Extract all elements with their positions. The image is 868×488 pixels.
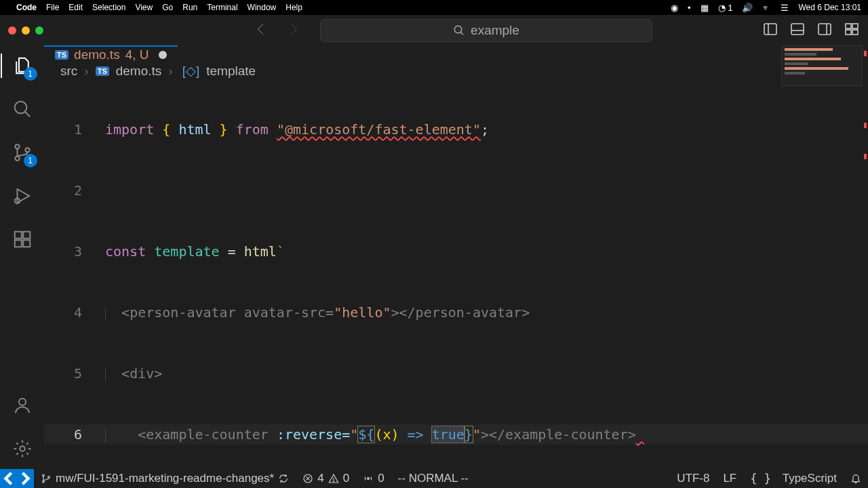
line-number: 7 <box>44 485 105 488</box>
load-icon[interactable]: ◔ 1 <box>718 3 733 13</box>
svg-point-20 <box>19 399 26 405</box>
activity-source-control[interactable]: 1 <box>10 140 35 165</box>
app-icon[interactable]: ▦ <box>701 3 709 13</box>
nav-back-button[interactable] <box>254 22 269 39</box>
activity-extensions[interactable] <box>10 227 35 251</box>
activity-settings[interactable] <box>10 436 35 461</box>
record-icon[interactable]: ◉ <box>671 3 678 13</box>
layout-sidebar-right-icon[interactable] <box>816 21 833 40</box>
breadcrumb-sep: › <box>84 64 88 79</box>
line-number: 1 <box>44 119 105 140</box>
account-icon <box>12 395 33 415</box>
activity-run-debug[interactable] <box>10 184 35 208</box>
svg-point-14 <box>25 148 29 152</box>
breadcrumb-sep: › <box>168 64 172 79</box>
breadcrumb-symbol[interactable]: template <box>206 64 256 79</box>
line-number: 2 <box>44 180 105 201</box>
svg-point-0 <box>454 26 462 33</box>
menu-help[interactable]: Help <box>285 3 302 12</box>
tab-filename: demo.ts <box>74 47 120 62</box>
macos-menubar: Code File Edit Selection View Go Run Ter… <box>0 0 868 15</box>
ts-file-icon: TS <box>96 66 109 76</box>
tab-dirty-indicator <box>159 51 167 59</box>
layout-panel-icon[interactable] <box>789 21 806 40</box>
remote-button[interactable] <box>0 469 34 488</box>
search-icon <box>453 24 465 37</box>
titlebar: example <box>0 15 868 45</box>
clock[interactable]: Wed 6 Dec 13:01 <box>798 3 861 12</box>
svg-rect-9 <box>846 30 851 35</box>
svg-rect-16 <box>14 232 21 239</box>
overview-error-marker[interactable] <box>864 51 867 56</box>
svg-rect-10 <box>852 30 858 35</box>
menu-window[interactable]: Window <box>248 3 277 12</box>
svg-rect-3 <box>791 24 804 35</box>
symbol-icon: [◇] <box>182 63 200 79</box>
svg-rect-1 <box>764 24 776 35</box>
svg-rect-8 <box>852 24 858 28</box>
explorer-badge: 1 <box>24 67 37 81</box>
line-number: 4 <box>44 302 105 323</box>
breadcrumb-folder[interactable]: src <box>60 64 77 79</box>
svg-rect-18 <box>14 240 21 247</box>
svg-point-13 <box>15 157 19 161</box>
close-window-button[interactable] <box>8 26 16 35</box>
app-name[interactable]: Code <box>16 3 37 12</box>
minimize-window-button[interactable] <box>22 26 30 35</box>
wifi-icon[interactable]: ᯤ <box>762 3 771 13</box>
control-center-icon[interactable]: ☰ <box>781 3 789 13</box>
tab-status: 4, U <box>125 47 149 62</box>
svg-point-11 <box>14 102 26 114</box>
menu-file[interactable]: File <box>46 3 59 12</box>
search-text: example <box>471 23 519 38</box>
activity-explorer[interactable]: 1 <box>10 54 35 78</box>
command-center-search[interactable]: example <box>320 19 652 42</box>
svg-point-21 <box>20 446 25 451</box>
tab-demo-ts[interactable]: TS demo.ts 4, U <box>44 45 178 63</box>
activity-search[interactable] <box>10 97 35 121</box>
line-number: 6 <box>44 424 105 445</box>
menu-run[interactable]: Run <box>182 3 197 12</box>
layout-customize-icon[interactable] <box>844 21 860 40</box>
svg-rect-7 <box>846 24 851 28</box>
ts-file-icon: TS <box>55 50 68 60</box>
menu-view[interactable]: View <box>135 3 153 12</box>
activity-accounts[interactable] <box>10 393 35 418</box>
menu-selection[interactable]: Selection <box>92 3 125 12</box>
menu-edit[interactable]: Edit <box>68 3 83 12</box>
breadcrumb-file[interactable]: demo.ts <box>116 64 162 79</box>
traffic-lights <box>8 26 43 35</box>
menu-go[interactable]: Go <box>162 3 173 12</box>
line-number: 3 <box>44 241 105 262</box>
gear-icon <box>12 439 33 459</box>
svg-rect-17 <box>23 232 30 239</box>
editor-group: TS demo.ts 4, U src › TS demo.ts › [◇] t… <box>44 45 868 469</box>
search-icon <box>12 99 33 119</box>
svg-rect-19 <box>23 240 30 247</box>
layout-sidebar-left-icon[interactable] <box>762 21 778 40</box>
line-number: 5 <box>44 363 105 384</box>
extensions-icon <box>12 229 33 249</box>
maximize-window-button[interactable] <box>35 26 43 35</box>
svg-rect-5 <box>818 24 831 35</box>
nav-forward-button[interactable] <box>286 22 301 39</box>
debug-icon <box>12 186 33 206</box>
activity-bar: 1 1 <box>0 45 44 469</box>
editor-tabs: TS demo.ts 4, U <box>44 45 868 63</box>
breadcrumb[interactable]: src › TS demo.ts › [◇] template <box>44 63 868 79</box>
svg-point-12 <box>15 144 19 148</box>
dot-icon[interactable]: • <box>688 3 691 13</box>
volume-icon[interactable]: 🔊 <box>742 3 753 13</box>
menu-terminal[interactable]: Terminal <box>207 3 237 12</box>
code-editor[interactable]: 1import { html } from "@microsoft/fast-e… <box>44 79 868 488</box>
scm-badge: 1 <box>24 154 37 167</box>
